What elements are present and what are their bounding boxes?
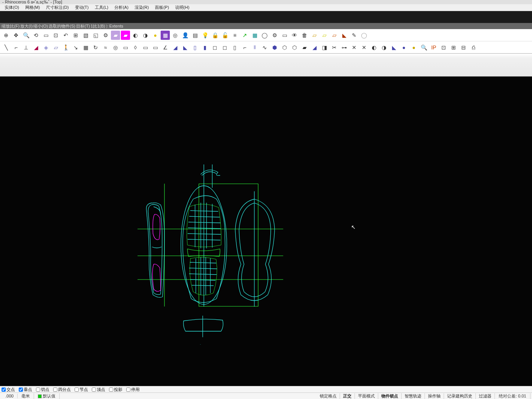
- top-viewport[interactable]: ↖: [0, 77, 532, 386]
- eraser-icon[interactable]: ◊: [131, 43, 140, 52]
- sphere-icon[interactable]: ●: [399, 43, 408, 52]
- import2-icon[interactable]: ▱: [330, 31, 339, 40]
- menu-1[interactable]: 网格(M): [22, 5, 43, 10]
- show-icon[interactable]: 👤: [181, 31, 190, 40]
- zoom-window-icon[interactable]: ▭: [41, 31, 50, 40]
- osnap-check-1[interactable]: [19, 388, 23, 392]
- osnap-停用[interactable]: 停用: [126, 387, 140, 392]
- grid-icon[interactable]: ▦: [81, 43, 90, 52]
- node2-icon[interactable]: ⊞: [449, 43, 458, 52]
- command-prompt[interactable]: 缩放比(F) 放大(I) 缩小(O) 选取的物件(S) 目标(T) 1比1(B)…: [0, 23, 532, 29]
- cylinder-icon[interactable]: ▭: [121, 43, 130, 52]
- boxclosed-icon[interactable]: ◻: [220, 43, 229, 52]
- status-toggle-3[interactable]: 物件锁点: [378, 393, 402, 399]
- boxopen-icon[interactable]: ◻: [210, 43, 220, 52]
- layer-field[interactable]: 默认值: [34, 393, 60, 399]
- menu-6[interactable]: 渲染(R): [132, 5, 152, 10]
- move-icon[interactable]: ✥: [11, 31, 21, 40]
- osnap-交点[interactable]: 交点: [2, 387, 15, 392]
- render-icon[interactable]: ◐: [131, 31, 140, 40]
- globe-icon[interactable]: ◯: [260, 31, 269, 40]
- hex-icon[interactable]: ⬢: [270, 43, 279, 52]
- osnap-check-7[interactable]: [126, 388, 130, 392]
- print-icon[interactable]: ⎙: [469, 43, 478, 52]
- box-icon[interactable]: ▯: [190, 43, 200, 52]
- properties-icon[interactable]: ⚙: [270, 31, 279, 40]
- pan-icon[interactable]: ⊕: [2, 31, 11, 40]
- ring-icon[interactable]: ◎: [111, 43, 120, 52]
- menu-0[interactable]: 实体(O): [2, 5, 22, 10]
- status-toggle-7[interactable]: 过滤器: [476, 393, 495, 399]
- dim2-icon[interactable]: ▭: [151, 43, 160, 52]
- menu-5[interactable]: 分析(A): [111, 5, 132, 10]
- bool-icon[interactable]: ◐: [369, 43, 379, 52]
- pen-icon[interactable]: ✎: [350, 31, 359, 40]
- shade-sel-icon[interactable]: ▰: [121, 31, 130, 40]
- blend-icon[interactable]: ◣: [389, 43, 399, 52]
- cplane-icon[interactable]: ▧: [81, 31, 90, 40]
- trash-icon[interactable]: 🗑: [300, 31, 309, 40]
- sphere2-icon[interactable]: ●: [409, 43, 418, 52]
- osnap-四分点[interactable]: 四分点: [53, 387, 71, 392]
- ribbon-icon[interactable]: ◢: [31, 43, 41, 52]
- perp-icon[interactable]: ⊥: [21, 43, 31, 52]
- join-icon[interactable]: ⊶: [340, 43, 349, 52]
- osnap-check-3[interactable]: [53, 388, 57, 392]
- light-icon[interactable]: 💡: [200, 31, 210, 40]
- morph2-icon[interactable]: ◢: [310, 43, 319, 52]
- lock-icon[interactable]: 🔒: [210, 31, 220, 40]
- edit-layer-icon[interactable]: ▦: [250, 31, 259, 40]
- osnap-顶点[interactable]: 顶点: [92, 387, 105, 392]
- polyline-icon[interactable]: ⌐: [11, 43, 21, 52]
- node-icon[interactable]: ⊡: [439, 43, 448, 52]
- zoom2-icon[interactable]: 🔍: [419, 43, 428, 52]
- osnap-垂点[interactable]: 垂点: [19, 387, 32, 392]
- sweep2-icon[interactable]: ◣: [181, 43, 190, 52]
- import-icon[interactable]: ▱: [320, 31, 329, 40]
- osnap-节点[interactable]: 节点: [75, 387, 88, 392]
- camera-icon[interactable]: 👁: [290, 31, 299, 40]
- hex2-icon[interactable]: ⬡: [280, 43, 289, 52]
- cross2-icon[interactable]: ✕: [360, 43, 369, 52]
- ip-icon[interactable]: IP: [429, 43, 438, 52]
- hex3-icon[interactable]: ⬡: [290, 43, 299, 52]
- cut-icon[interactable]: ✂: [330, 43, 339, 52]
- zoom-extents-icon[interactable]: ⊡: [51, 31, 60, 40]
- wavy-icon[interactable]: ∿: [260, 43, 269, 52]
- status-toggle-6[interactable]: 记录建构历史: [444, 393, 476, 399]
- zoom-icon[interactable]: 🔍: [21, 31, 31, 40]
- osnap-check-4[interactable]: [75, 388, 79, 392]
- dim-icon[interactable]: ▭: [141, 43, 150, 52]
- color-wheel-icon[interactable]: ◯: [360, 31, 369, 40]
- extrude-icon[interactable]: ▱: [51, 43, 60, 52]
- paint-icon[interactable]: ◣: [340, 31, 349, 40]
- paper-icon[interactable]: ▯: [230, 43, 239, 52]
- zoom-dynamic-icon[interactable]: ⟲: [31, 31, 41, 40]
- osnap-切点[interactable]: 切点: [36, 387, 49, 392]
- status-toggle-4[interactable]: 智慧轨迹: [402, 393, 425, 399]
- osnap-check-5[interactable]: [92, 388, 96, 392]
- status-toggle-1[interactable]: 正交: [340, 393, 355, 399]
- 4view-icon[interactable]: ⊞: [71, 31, 80, 40]
- angle-icon[interactable]: ∠: [161, 43, 170, 52]
- tag-icon[interactable]: ◈: [41, 43, 50, 52]
- undo-view-icon[interactable]: ↶: [61, 31, 70, 40]
- bool2-icon[interactable]: ◑: [379, 43, 389, 52]
- layer-icon[interactable]: ≡: [230, 31, 239, 40]
- morph-icon[interactable]: ▰: [300, 43, 309, 52]
- export-icon[interactable]: ▱: [310, 31, 319, 40]
- osnap-check-6[interactable]: [109, 388, 113, 392]
- osnap-check-0[interactable]: [2, 388, 6, 392]
- set-view-icon[interactable]: ◱: [91, 31, 100, 40]
- menu-3[interactable]: 变动(T): [72, 5, 92, 10]
- status-toggle-5[interactable]: 操作轴: [425, 393, 444, 399]
- osnap-投影[interactable]: 投影: [109, 387, 122, 392]
- box2-icon[interactable]: ▮: [200, 43, 210, 52]
- wave-icon[interactable]: ≈: [101, 43, 110, 52]
- shade-icon[interactable]: ▰: [111, 31, 120, 40]
- person-icon[interactable]: 🚶: [61, 43, 70, 52]
- menu-4[interactable]: 工具(L): [92, 5, 111, 10]
- menu-7[interactable]: 面板(P): [152, 5, 172, 10]
- sweep-icon[interactable]: ◢: [171, 43, 180, 52]
- node3-icon[interactable]: ⊟: [459, 43, 468, 52]
